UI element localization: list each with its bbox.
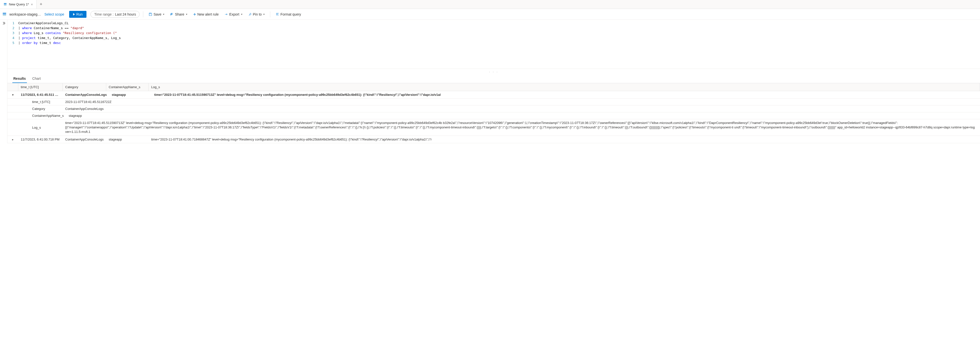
detail-row: Log_s time="2023-11-07T18:41:45.51159071… xyxy=(7,119,980,136)
toolbar: workspace-stageg… Select scope Run Time … xyxy=(0,9,980,20)
line-number: 3 xyxy=(7,31,14,36)
detail-key: time_t [UTC] xyxy=(7,98,63,105)
detail-value: time="2023-11-07T18:41:45.511590713Z" le… xyxy=(63,119,980,136)
add-tab-button[interactable]: + xyxy=(37,2,45,7)
select-scope-link[interactable]: Select scope xyxy=(45,12,64,16)
detail-value: 2023-11-07T18:41:45.5116722Z xyxy=(63,98,980,105)
line-number: 1 xyxy=(7,21,14,26)
save-label: Save xyxy=(153,12,161,16)
line-number: 4 xyxy=(7,36,14,41)
editor-code[interactable]: ContainerAppConsoleLogs_CL | where Conta… xyxy=(17,21,121,46)
column-header-category[interactable]: Category xyxy=(63,83,106,91)
results-tab-strip: Results Chart xyxy=(7,75,980,83)
share-button[interactable]: Share ▾ xyxy=(168,11,189,17)
share-label: Share xyxy=(175,12,184,16)
code-line: | where ContainerName_s == "daprd" xyxy=(18,26,121,31)
cell-time: 11/7/2023, 6:41:45.511 … xyxy=(18,91,63,98)
line-number: 2 xyxy=(7,26,14,31)
pin-to-button[interactable]: Pin to ▾ xyxy=(246,11,267,17)
run-button-label: Run xyxy=(76,12,83,16)
editor-gutter: 1 2 3 4 5 xyxy=(7,21,17,46)
cell-category: ContainerAppConsoleLogs xyxy=(63,136,106,143)
chevron-down-icon: ▾ xyxy=(241,13,242,16)
detail-value: ContainerAppConsoleLogs xyxy=(63,105,980,112)
line-number: 5 xyxy=(7,41,14,46)
workspace-icon xyxy=(2,12,6,16)
code-line: | project time_t, Category, ContainerApp… xyxy=(18,36,121,41)
pane-resize-handle[interactable]: · · · xyxy=(7,69,980,75)
detail-key: Category xyxy=(7,105,63,112)
row-expand-icon[interactable]: ▸ xyxy=(7,138,18,141)
toolbar-separator xyxy=(143,11,143,17)
svg-rect-3 xyxy=(3,13,6,14)
detail-row: time_t [UTC] 2023-11-07T18:41:45.5116722… xyxy=(7,98,980,105)
pin-to-label: Pin to xyxy=(253,12,262,16)
query-tab-title: New Query 1* xyxy=(9,2,29,6)
table-row[interactable]: ▾ 11/7/2023, 6:41:45.511 … ContainerAppC… xyxy=(7,91,980,98)
export-button[interactable]: Export ▾ xyxy=(223,11,244,17)
detail-row: Category ContainerAppConsoleLogs xyxy=(7,105,980,113)
close-tab-icon[interactable]: × xyxy=(31,2,33,6)
workspace-name[interactable]: workspace-stageg… xyxy=(10,12,41,16)
cell-app: stageapp xyxy=(106,136,149,143)
svg-rect-1 xyxy=(4,4,7,5)
query-tab[interactable]: New Query 1* × xyxy=(0,0,37,9)
cell-time: 11/7/2023, 6:41:00.718 PM xyxy=(18,136,63,143)
export-icon xyxy=(224,13,228,16)
table-row[interactable]: ▸ 11/7/2023, 6:41:00.718 PM ContainerApp… xyxy=(7,136,980,143)
chevron-down-icon: ▾ xyxy=(163,13,164,16)
row-collapse-icon[interactable]: ▾ xyxy=(7,93,18,97)
svg-rect-5 xyxy=(3,15,6,16)
detail-key: Log_s xyxy=(7,124,63,131)
time-range-picker[interactable]: Time range : Last 24 hours xyxy=(91,11,140,18)
query-tab-icon xyxy=(3,3,7,6)
chevron-down-icon: ▾ xyxy=(186,13,187,16)
code-line: | where Log_s contains "Resiliency confi… xyxy=(18,31,121,36)
export-label: Export xyxy=(229,12,239,16)
editor-whitespace xyxy=(7,46,980,69)
cell-category: ContainerAppConsoleLogs xyxy=(63,91,109,98)
play-icon xyxy=(73,13,75,16)
left-panel-expander[interactable] xyxy=(0,20,7,143)
save-button[interactable]: Save ▾ xyxy=(147,11,166,17)
query-editor[interactable]: 1 2 3 4 5 ContainerAppConsoleLogs_CL | w… xyxy=(7,20,980,46)
save-icon xyxy=(149,13,152,16)
detail-row: ContainerAppName_s stageapp xyxy=(7,113,980,119)
plus-icon xyxy=(193,13,196,16)
cell-log: time="2023-11-07T18:41:00.718468847Z" le… xyxy=(149,136,980,143)
cell-log: time="2023-11-07T18:41:45.511590713Z" le… xyxy=(152,91,980,98)
code-line: ContainerAppConsoleLogs_CL xyxy=(18,21,121,26)
new-alert-button[interactable]: New alert rule xyxy=(191,11,221,17)
svg-rect-4 xyxy=(3,14,6,15)
detail-value: stageapp xyxy=(66,113,980,119)
grid-header-expander-col xyxy=(7,83,18,91)
grid-header: time_t [UTC] Category ContainerAppName_s… xyxy=(7,83,980,91)
run-button[interactable]: Run xyxy=(69,11,87,18)
column-header-app[interactable]: ContainerAppName_s xyxy=(106,83,149,91)
share-icon xyxy=(170,13,173,16)
tab-strip: New Query 1* × + xyxy=(0,0,980,9)
format-query-label: Format query xyxy=(280,12,301,16)
svg-rect-0 xyxy=(4,3,7,4)
results-grid: time_t [UTC] Category ContainerAppName_s… xyxy=(7,83,980,143)
pin-icon xyxy=(248,13,252,16)
column-header-log[interactable]: Log_s xyxy=(149,83,980,91)
tab-chart[interactable]: Chart xyxy=(31,75,42,83)
code-line: | order by time_t desc xyxy=(18,41,121,46)
detail-key: ContainerAppName_s xyxy=(7,113,66,119)
tab-results[interactable]: Results xyxy=(12,75,27,83)
svg-rect-2 xyxy=(4,5,7,6)
time-range-value: Last 24 hours xyxy=(115,12,136,16)
column-header-time[interactable]: time_t [UTC] xyxy=(18,83,63,91)
cell-app: stageapp xyxy=(109,91,152,98)
format-query-button[interactable]: Format query xyxy=(274,11,303,17)
time-range-label: Time range : xyxy=(94,12,113,16)
format-icon xyxy=(276,13,279,16)
new-alert-label: New alert rule xyxy=(197,12,219,16)
chevron-down-icon: ▾ xyxy=(263,13,264,16)
